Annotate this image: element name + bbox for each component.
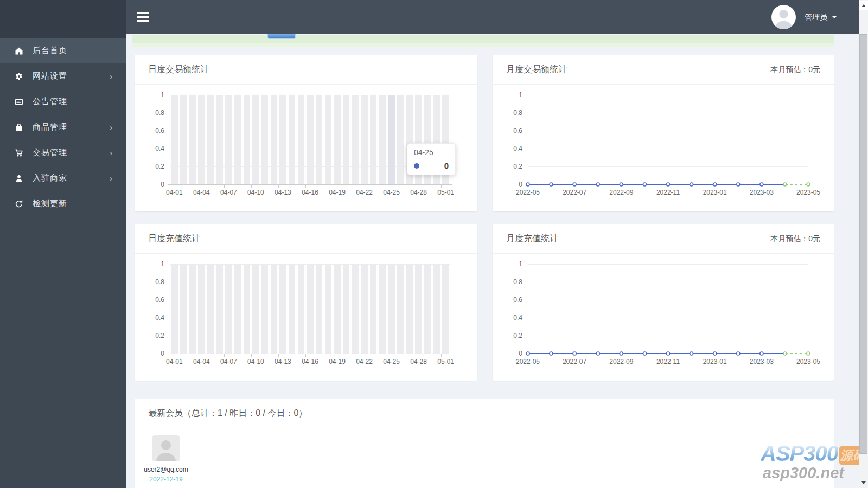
- sidebar-item-site-settings[interactable]: 网站设置›: [0, 63, 126, 89]
- scroll-down-icon[interactable]: [859, 478, 868, 487]
- chart-band: [180, 95, 187, 184]
- x-axis-tick: [278, 354, 279, 357]
- chart-band: [252, 264, 259, 354]
- y-axis-label: 0.4: [137, 314, 164, 322]
- chart-band: [271, 95, 278, 184]
- sidebar-item-label: 入驻商家: [33, 173, 67, 183]
- line-series: [525, 95, 811, 190]
- chart-band: [298, 264, 305, 354]
- x-axis-label: 2022-11: [653, 189, 684, 196]
- y-axis-label: 0.4: [137, 145, 164, 152]
- sidebar-item-label: 交易管理: [33, 147, 67, 158]
- sidebar-item-merchants[interactable]: 入驻商家›: [0, 165, 126, 191]
- chart-band: [316, 95, 323, 184]
- daily-recharge-chart[interactable]: 00.20.40.60.8104-0104-0404-0704-1004-130…: [135, 224, 477, 381]
- partial-button[interactable]: [267, 34, 296, 39]
- x-axis-tick: [441, 185, 442, 188]
- x-axis-tick: [387, 354, 387, 357]
- sidebar-item-announcements[interactable]: 公告管理: [0, 89, 126, 114]
- hamburger-icon[interactable]: [137, 12, 149, 22]
- goods-icon: [15, 123, 23, 132]
- x-axis-label: 04-16: [298, 358, 323, 365]
- member-item: user2@qq.com 2022-12-19: [139, 435, 193, 483]
- chart-band: [225, 264, 232, 354]
- x-axis-tick: [224, 185, 225, 188]
- daily-trade-chart[interactable]: 00.20.40.60.8104-0104-0404-0704-1004-130…: [135, 55, 477, 211]
- x-axis-label: 2023-03: [746, 358, 777, 365]
- sidebar-item-check-update[interactable]: 检测更新: [0, 191, 126, 216]
- x-axis-tick: [441, 354, 442, 357]
- chart-band: [325, 95, 332, 184]
- chart-band: [207, 95, 214, 184]
- sidebar-item-trade[interactable]: 交易管理›: [0, 140, 126, 165]
- chart-band: [388, 95, 395, 184]
- chart-band: [207, 264, 214, 354]
- y-axis-label: 0.2: [137, 163, 164, 170]
- chart-band: [171, 95, 178, 184]
- x-axis-label: 04-19: [325, 189, 350, 196]
- x-axis-label: 2022-05: [513, 358, 543, 365]
- x-axis-tick: [197, 185, 197, 188]
- member-avatar: [152, 435, 180, 461]
- x-axis-tick: [414, 185, 414, 188]
- member-date[interactable]: 2022-12-19: [139, 476, 193, 483]
- chart-band: [334, 264, 341, 354]
- y-axis-label: 0.8: [495, 278, 522, 286]
- monthly-trade-chart[interactable]: 00.20.40.60.812022-052022-072022-092022-…: [493, 55, 834, 211]
- chart-band: [189, 95, 196, 184]
- chart-band: [216, 264, 223, 354]
- y-axis-label: 0: [495, 181, 522, 188]
- y-axis-label: 0.4: [495, 314, 522, 322]
- x-axis-tick: [170, 185, 170, 188]
- sidebar-item-home[interactable]: 后台首页: [0, 38, 126, 63]
- chart-tooltip: 04-250: [407, 143, 456, 175]
- x-axis-label: 04-10: [243, 189, 268, 196]
- home-icon: [15, 47, 23, 55]
- chart-band: [307, 264, 314, 354]
- user-menu[interactable]: 管理员: [771, 0, 837, 34]
- y-axis-label: 0.4: [495, 145, 522, 152]
- chevron-right-icon: ›: [110, 123, 112, 132]
- x-axis-tick: [360, 185, 360, 188]
- chevron-right-icon: ›: [110, 149, 112, 157]
- chart-band: [352, 264, 359, 354]
- sidebar-item-label: 后台首页: [33, 46, 67, 56]
- merchant-icon: [15, 174, 23, 183]
- chart-band: [352, 95, 359, 184]
- avatar: [771, 5, 796, 29]
- chart-band: [289, 264, 296, 354]
- line-series: [525, 264, 811, 359]
- x-axis-line: [168, 354, 452, 354]
- chart-band: [261, 95, 269, 184]
- chart-band: [415, 264, 422, 354]
- x-axis-label: 2022-09: [606, 189, 636, 196]
- sidebar-menu: 后台首页网站设置›公告管理商品管理›交易管理›入驻商家›检测更新: [0, 38, 126, 216]
- x-axis-label: 2023-05: [793, 358, 824, 365]
- scroll-up-icon[interactable]: [859, 1, 868, 10]
- announcement-icon: [15, 98, 23, 106]
- chart-band: [198, 264, 205, 354]
- top-navbar: 管理员: [126, 0, 859, 34]
- chart-band: [234, 95, 241, 184]
- x-axis-tick: [305, 354, 306, 357]
- x-axis-label: 04-28: [406, 358, 431, 365]
- x-axis-label: 04-07: [216, 358, 241, 365]
- x-axis-label: 2022-05: [513, 189, 543, 196]
- x-axis-label: 2022-09: [606, 358, 636, 365]
- y-axis-label: 1: [495, 91, 522, 99]
- x-axis-label: 2022-07: [559, 358, 590, 365]
- y-axis-label: 0: [137, 350, 164, 357]
- y-axis-label: 0: [495, 350, 522, 357]
- scrollbar-thumb[interactable]: [859, 34, 867, 454]
- x-axis-label: 04-10: [243, 358, 268, 365]
- sidebar-item-label: 商品管理: [33, 122, 67, 132]
- chevron-down-icon: [832, 16, 837, 18]
- sidebar-item-goods[interactable]: 商品管理›: [0, 114, 126, 140]
- x-axis-label: 04-25: [379, 358, 404, 365]
- scrollbar[interactable]: [859, 0, 868, 488]
- member-email: user2@qq.com: [139, 466, 193, 473]
- monthly-recharge-chart[interactable]: 00.20.40.60.812022-052022-072022-092022-…: [493, 224, 834, 381]
- chart-band: [316, 264, 323, 354]
- x-axis-label: 2023-01: [700, 358, 730, 365]
- y-axis-label: 0.8: [137, 109, 164, 117]
